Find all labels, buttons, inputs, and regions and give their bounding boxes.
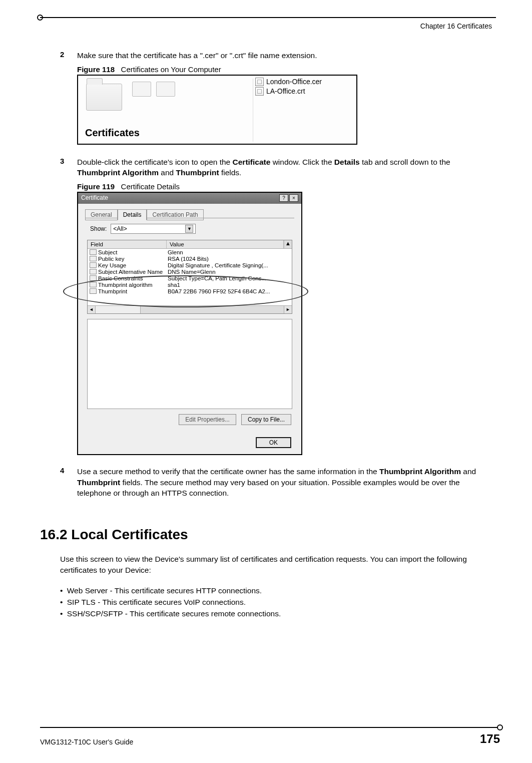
section-heading: 16.2 Local Certificates: [40, 527, 492, 543]
page-top-rule: [40, 17, 496, 18]
figure-label: Figure 118: [77, 65, 115, 74]
list-item: Web Server - This certificate secures HT…: [60, 585, 492, 596]
step-text: Make sure that the certificate has a ".c…: [77, 50, 317, 61]
column-header-field[interactable]: Field: [88, 240, 167, 248]
field-cell: Thumbprint: [88, 288, 167, 294]
table-row[interactable]: Key UsageDigital Signature , Certificate…: [88, 262, 292, 268]
figure-title: Certificate Details: [121, 182, 180, 191]
figure-118: Certificates London-Office.cer LA-Office…: [77, 75, 357, 145]
copy-to-file-button[interactable]: Copy to File...: [241, 414, 291, 425]
field-cell: Public key: [88, 256, 167, 262]
tab-certification-path[interactable]: Certification Path: [147, 209, 203, 220]
step-number: 2: [60, 50, 77, 61]
folder-title: Certificates: [85, 127, 140, 139]
step-4: 4 Use a secure method to verify that the…: [60, 466, 492, 499]
chapter-header: Chapter 16 Certificates: [420, 22, 492, 30]
chevron-down-icon[interactable]: ▼: [185, 225, 193, 233]
table-row[interactable]: ThumbprintB0A7 22B6 7960 FF92 52F4 6B4C …: [88, 288, 292, 294]
certificate-file-icon: [255, 87, 264, 96]
help-icon[interactable]: ?: [279, 194, 288, 202]
field-cell: Key Usage: [88, 262, 167, 268]
show-label: Show:: [90, 225, 107, 232]
close-icon[interactable]: ×: [289, 194, 298, 202]
scroll-right-icon[interactable]: ►: [284, 306, 292, 313]
list-item: SSH/SCP/SFTP - This certificate secures …: [60, 608, 492, 619]
window-title: Certificate: [81, 194, 108, 202]
folder-thumb-icon: [156, 82, 175, 97]
step-number: 4: [60, 466, 77, 499]
footer-guide-name: VMG1312-T10C User's Guide: [40, 738, 133, 746]
show-dropdown[interactable]: <All> ▼: [111, 224, 196, 234]
cert-file-row: LA-Office.crt: [255, 87, 322, 96]
property-icon: [90, 249, 97, 255]
value-cell: B0A7 22B6 7960 FF92 52F4 6B4C A2...: [167, 288, 292, 294]
table-row[interactable]: Public keyRSA (1024 Bits): [88, 255, 292, 262]
figure-title: Certificates on Your Computer: [121, 65, 221, 74]
section-intro: Use this screen to view the Device's sum…: [60, 554, 492, 575]
cert-file-name: London-Office.cer: [266, 78, 322, 86]
field-cell: Thumbprint algorithm: [88, 282, 167, 288]
window-titlebar: Certificate ? ×: [78, 193, 301, 204]
figure-118-caption: Figure 118 Certificates on Your Computer: [77, 65, 492, 74]
table-row[interactable]: Basic ConstraintsSubject Type=CA, Path L…: [88, 275, 292, 281]
certificate-file-icon: [255, 78, 264, 86]
property-icon: [90, 282, 97, 287]
step-2: 2 Make sure that the certificate has a "…: [60, 50, 492, 61]
list-item: SIP TLS - This certificate secures VoIP …: [60, 596, 492, 608]
property-icon: [90, 256, 97, 261]
field-cell: Basic Constraints: [88, 275, 167, 281]
ok-button[interactable]: OK: [256, 437, 291, 448]
table-row[interactable]: Thumbprint algorithmsha1: [88, 281, 292, 288]
cert-file-row: London-Office.cer: [255, 78, 322, 86]
tab-details[interactable]: Details: [118, 209, 147, 220]
cert-file-name: LA-Office.crt: [266, 87, 305, 95]
value-cell: RSA (1024 Bits): [167, 256, 292, 262]
value-cell: DNS Name=Glenn: [167, 269, 292, 275]
value-cell: Subject Type=CA, Path Length Cons...: [167, 275, 292, 281]
folder-icon: [86, 84, 122, 111]
field-cell: Subject Alternative Name: [88, 269, 167, 275]
property-icon: [90, 275, 97, 281]
horizontal-scrollbar[interactable]: ◄ ►: [88, 305, 292, 313]
table-row[interactable]: Subject Alternative NameDNS Name=Glenn: [88, 268, 292, 275]
value-cell: Digital Signature , Certificate Signing(…: [167, 262, 292, 268]
tab-general[interactable]: General: [85, 209, 118, 220]
detail-value-box: [87, 319, 292, 409]
step-text: Use a secure method to verify that the c…: [77, 466, 492, 499]
figure-119-caption: Figure 119 Certificate Details: [77, 182, 492, 191]
page-number: 175: [480, 732, 500, 746]
step-3: 3 Double-click the certificate's icon to…: [60, 157, 492, 178]
edit-properties-button[interactable]: Edit Properties...: [179, 414, 236, 425]
value-cell: Glenn: [167, 249, 292, 255]
step-number: 3: [60, 157, 77, 178]
figure-119: Certificate ? × General Details Certific…: [77, 192, 302, 455]
show-dropdown-value: <All>: [113, 225, 127, 232]
column-header-value[interactable]: Value: [167, 240, 284, 248]
page-bottom-rule: [40, 727, 500, 728]
step-text: Double-click the certificate's icon to o…: [77, 157, 492, 178]
page-rule-dot: [497, 724, 503, 730]
scroll-left-icon[interactable]: ◄: [88, 306, 96, 313]
table-row[interactable]: SubjectGlenn: [88, 249, 292, 255]
property-icon: [90, 262, 97, 268]
property-icon: [90, 269, 97, 274]
scroll-up-icon[interactable]: ▲: [284, 240, 292, 248]
cert-details-table: Field Value ▲ SubjectGlennPublic keyRSA …: [87, 240, 292, 314]
field-cell: Subject: [88, 249, 167, 255]
value-cell: sha1: [167, 282, 292, 288]
property-icon: [90, 288, 97, 294]
folder-thumb-icon: [132, 82, 151, 97]
scroll-thumb[interactable]: [96, 306, 141, 313]
figure-label: Figure 119: [77, 182, 115, 191]
